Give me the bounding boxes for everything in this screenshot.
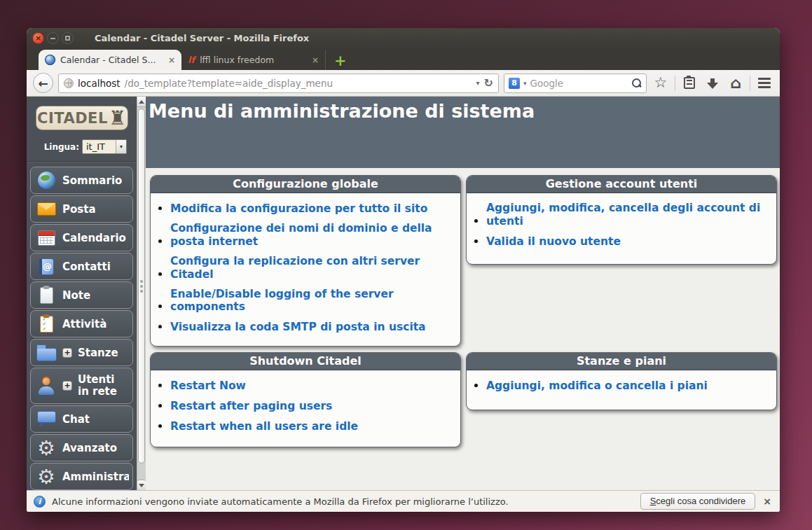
close-icon[interactable]: × <box>762 496 773 507</box>
toolbar-separator <box>750 76 750 91</box>
box-title: Configurazione globale <box>151 176 460 193</box>
tab-calendar-citadel[interactable]: Calendar - Citadel S... × <box>39 50 181 70</box>
box-title: Gestione account utenti <box>467 176 776 193</box>
language-row: Lingua: it_IT ▾ <box>27 139 137 154</box>
search-input[interactable]: Google <box>530 78 628 89</box>
url-bar[interactable]: localhost /do_template?template=aide_dis… <box>58 74 499 93</box>
notification-text: Alcune informazioni vengono inviate auto… <box>52 496 634 507</box>
sidebar-item-utenti-in-rete[interactable]: + Utenti in rete <box>30 368 133 404</box>
box-stanze-e-piani: Stanze e piani Aggiungi, modifica o canc… <box>466 352 777 410</box>
link-modifica-configurazione[interactable]: Modifica la configurazione per tutto il … <box>170 202 427 216</box>
address-book-icon <box>36 258 57 275</box>
tab-close-icon[interactable]: × <box>312 55 319 65</box>
sidebar-menu: Sommario Posta Calendario Contatti Note <box>27 162 137 490</box>
telemetry-notification-bar: i Alcune informazioni vengono inviate au… <box>27 490 780 512</box>
page-title: Menu di amministrazione di sistema <box>149 100 780 122</box>
tasks-checklist-icon <box>36 316 57 333</box>
downloads-icon[interactable] <box>703 77 722 89</box>
link-restart-when-idle[interactable]: Restart when all users are idle <box>170 420 358 433</box>
user-icon <box>36 377 57 395</box>
gear-icon: ⚙ <box>36 439 57 457</box>
sidebar-item-avanzato[interactable]: ⚙ Avanzato <box>30 434 133 461</box>
calendar-icon <box>36 230 57 246</box>
link-restart-now[interactable]: Restart Now <box>170 379 246 393</box>
citadel-favicon-icon <box>45 55 55 65</box>
citadel-sidebar: CITADEL ♜ Lingua: it_IT ▾ Sommario Posta <box>27 97 137 490</box>
search-engine-dropdown-icon[interactable]: ▾ <box>523 80 527 87</box>
tab-close-icon[interactable]: × <box>168 55 175 65</box>
bookmarks-menu-icon[interactable] <box>680 77 699 89</box>
tab-lffl-linux-freedom[interactable]: lf lffl linux freedom × <box>181 50 326 70</box>
sidebar-item-amministrazione[interactable]: ⚙ Amministrazione <box>30 463 133 490</box>
globe-icon <box>36 172 57 189</box>
box-gestione-account: Gestione account utenti Aggiungi, modifi… <box>466 175 777 265</box>
choose-what-to-share-button[interactable]: Scegli cosa condividere <box>640 493 756 510</box>
window-titlebar: × Calendar - Citadel Server - Mozilla Fi… <box>27 28 780 48</box>
navigation-toolbar: ← localhost /do_template?template=aide_d… <box>27 70 780 97</box>
site-identity-globe-icon[interactable] <box>64 78 74 88</box>
chevron-down-icon[interactable]: ▾ <box>116 140 126 153</box>
tab-label: lffl linux freedom <box>200 55 307 65</box>
folder-icon <box>36 344 57 361</box>
window-minimize-icon[interactable] <box>47 32 59 44</box>
sidebar-item-posta[interactable]: Posta <box>30 195 133 223</box>
admin-menu-boxes: Configurazione globale Modifica la confi… <box>146 168 780 447</box>
link-logging-server[interactable]: Enable/Disable logging of the server com… <box>170 288 453 314</box>
sidebar-item-chat[interactable]: Chat <box>30 405 133 433</box>
home-icon[interactable]: ⌂ <box>727 76 745 91</box>
url-dropdown-icon[interactable]: ▾ <box>476 79 480 87</box>
expand-plus-icon[interactable]: + <box>62 381 72 391</box>
citadel-logo: CITADEL ♜ <box>36 106 128 130</box>
expand-plus-icon[interactable]: + <box>62 348 72 358</box>
link-valida-nuovo-utente[interactable]: Valida il nuovo utente <box>486 235 621 249</box>
window-maximize-icon[interactable] <box>62 32 74 44</box>
sidebar-item-stanze[interactable]: + Stanze <box>30 339 133 366</box>
sidebar-item-calendario[interactable]: Calendario <box>30 224 133 251</box>
citadel-logo-text: CITADEL <box>37 110 108 127</box>
link-gestione-account-utenti[interactable]: Aggiungi, modifica, cancella degli accou… <box>486 202 769 228</box>
box-title: Shutdown Citadel <box>151 353 460 370</box>
mail-icon <box>36 202 57 216</box>
link-restart-after-paging[interactable]: Restart after paging users <box>170 400 332 413</box>
window-close-icon[interactable]: × <box>32 32 44 44</box>
sidebar-scrollbar[interactable] <box>137 97 146 490</box>
language-select[interactable]: it_IT ▾ <box>82 139 127 154</box>
lffl-favicon-icon: lf <box>188 55 195 65</box>
link-list: Aggiungi, modifica o cancella i piani <box>472 379 769 393</box>
box-title: Stanze e piani <box>467 353 776 370</box>
search-bar[interactable]: 8 ▾ Google <box>504 74 647 93</box>
tab-label: Calendar - Citadel S... <box>60 55 163 65</box>
language-label: Lingua: <box>44 142 79 152</box>
scroll-up-icon[interactable] <box>137 97 146 107</box>
sidebar-item-sommario[interactable]: Sommario <box>30 167 133 194</box>
bookmark-star-icon[interactable]: ☆ <box>652 76 670 90</box>
notes-clipboard-icon <box>36 287 57 304</box>
link-list: Restart Now Restart after paging users R… <box>156 379 453 433</box>
list-item: Configura la replicazione con altri serv… <box>170 255 453 281</box>
page-banner: Menu di amministrazione di sistema <box>146 97 780 168</box>
sidebar-item-note[interactable]: Note <box>30 281 133 309</box>
list-item: Restart when all users are idle <box>170 419 453 433</box>
scroll-down-icon[interactable] <box>137 480 146 490</box>
list-item: Visualizza la coda SMTP di posta in usci… <box>170 320 453 334</box>
link-configurazione-domini[interactable]: Configurazione dei nomi di dominio e del… <box>170 222 453 249</box>
google-engine-icon[interactable]: 8 <box>509 78 520 89</box>
menu-hamburger-icon[interactable] <box>755 78 773 88</box>
chat-bubble-icon <box>36 411 57 427</box>
reload-icon[interactable]: ↻ <box>484 76 493 90</box>
page-main: Menu di amministrazione di sistema Confi… <box>146 97 780 490</box>
link-list: Aggiungi, modifica, cancella degli accou… <box>472 202 769 249</box>
url-path: /do_template?template=aide_display_menu <box>125 78 472 89</box>
list-item: Valida il nuovo utente <box>486 235 769 249</box>
sidebar-item-attivita[interactable]: Attività <box>30 310 133 337</box>
scrollbar-thumb[interactable] <box>138 109 145 463</box>
sidebar-item-contatti[interactable]: Contatti <box>30 253 133 280</box>
link-replicazione-server[interactable]: Configura la replicazione con altri serv… <box>170 255 453 281</box>
link-coda-smtp[interactable]: Visualizza la coda SMTP di posta in usci… <box>170 321 426 334</box>
list-item: Aggiungi, modifica o cancella i piani <box>486 379 769 393</box>
list-item: Enable/Disable logging of the server com… <box>170 288 453 314</box>
search-icon[interactable] <box>631 78 642 88</box>
new-tab-button[interactable]: + <box>334 52 347 70</box>
link-gestione-piani[interactable]: Aggiungi, modifica o cancella i piani <box>486 379 708 393</box>
back-button[interactable]: ← <box>33 73 53 93</box>
